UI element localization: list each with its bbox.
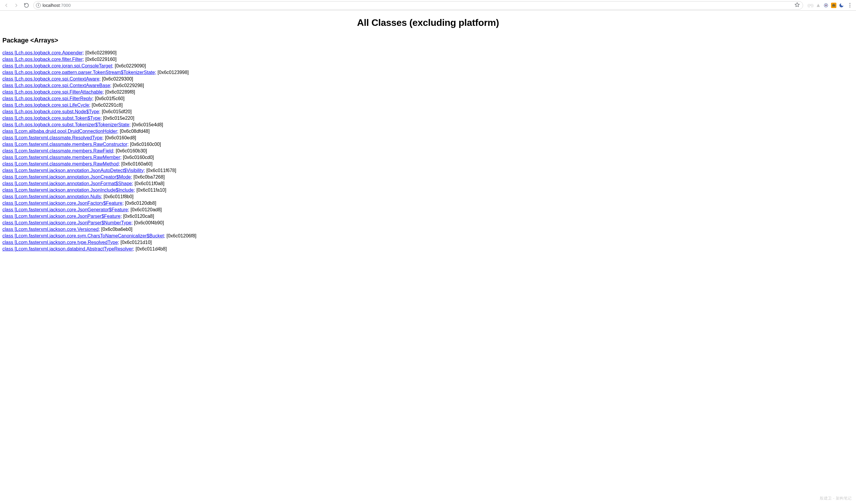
class-line: class [Lcom.fasterxml.classmate.members.… (2, 154, 854, 161)
class-link[interactable]: class [Lcom.fasterxml.jackson.core.JsonP… (2, 214, 122, 219)
class-link[interactable]: class [Lcom.fasterxml.jackson.core.Versi… (2, 227, 100, 232)
class-line: class [Lch.qos.logback.core.spi.LifeCycl… (2, 102, 854, 108)
class-link[interactable]: class [Lcom.fasterxml.classmate.members.… (2, 142, 129, 147)
class-line: class [Lcom.fasterxml.jackson.core.sym.C… (2, 233, 854, 239)
extension-icon-1[interactable]: ((•)) (808, 3, 813, 8)
class-address: [0x6c015e220] (102, 115, 134, 121)
class-link[interactable]: class [Lcom.fasterxml.jackson.core.JsonG… (2, 207, 129, 212)
class-address: [0x6c0229300] (101, 76, 133, 82)
class-line: class [Lcom.fasterxml.jackson.core.Versi… (2, 226, 854, 233)
class-line: class [Lch.qos.logback.core.spi.FilterRe… (2, 95, 854, 102)
class-link[interactable]: class [Lch.qos.logback.core.subst.Token$… (2, 115, 102, 121)
class-link[interactable]: class [Lcom.fasterxml.jackson.annotation… (2, 175, 132, 179)
class-address: [0x6c0228990] (84, 50, 117, 55)
class-address: [0x6c00f4b90] (132, 220, 164, 225)
class-line: class [Lch.qos.logback.core.spi.ContextA… (2, 76, 854, 82)
class-link[interactable]: class [Lcom.fasterxml.classmate.members.… (2, 161, 120, 166)
reload-button[interactable] (22, 1, 31, 10)
class-link[interactable]: class [Lch.qos.logback.core.filter.Filte… (2, 57, 84, 62)
class-link[interactable]: class [Lcom.fasterxml.jackson.core.type.… (2, 240, 119, 245)
class-address: [0x6c0229298] (111, 83, 144, 88)
class-link[interactable]: class [Lch.qos.logback.core.spi.ContextA… (2, 76, 101, 82)
class-line: class [Lcom.fasterxml.jackson.core.JsonG… (2, 206, 854, 213)
class-link[interactable]: class [Lcom.fasterxml.jackson.annotation… (2, 181, 133, 186)
class-address: [0x6c011f8b0] (102, 194, 133, 199)
extension-icon-5[interactable] (839, 3, 844, 8)
extension-icons: ((•)) ılı (805, 3, 854, 8)
class-link[interactable]: class [Lcom.alibaba.druid.pool.DruidConn… (2, 129, 118, 134)
class-link[interactable]: class [Lch.qos.logback.core.spi.FilterRe… (2, 96, 94, 101)
page-title: All Classes (excluding platform) (2, 17, 854, 28)
class-link[interactable]: class [Lcom.fasterxml.jackson.databind.A… (2, 246, 135, 251)
class-address: [0x6c0123998] (156, 70, 189, 75)
class-link[interactable]: class [Lch.qos.logback.core.joran.spi.Co… (2, 63, 113, 68)
back-button[interactable] (2, 1, 11, 10)
class-link[interactable]: class [Lch.qos.logback.core.spi.FilterAt… (2, 89, 104, 94)
class-address: [0x6c01206f8] (165, 233, 196, 238)
class-address: [0x6c0ba7268] (132, 175, 165, 179)
class-line: class [Lcom.fasterxml.jackson.core.JsonP… (2, 213, 854, 220)
browser-toolbar: i localhost:7000 ((•)) ılı (0, 0, 856, 11)
class-address: [0x6c01f5c60] (94, 96, 125, 101)
class-address: [0x6c08dfd48] (118, 129, 149, 134)
class-line: class [Lcom.alibaba.druid.pool.DruidConn… (2, 128, 854, 134)
svg-marker-0 (795, 2, 800, 6)
address-bar[interactable]: i localhost:7000 (33, 1, 803, 10)
class-line: class [Lcom.fasterxml.jackson.core.JsonP… (2, 220, 854, 226)
class-line: class [Lcom.fasterxml.classmate.members.… (2, 161, 854, 167)
class-link[interactable]: class [Lcom.fasterxml.jackson.annotation… (2, 194, 102, 199)
class-link[interactable]: class [Lcom.fasterxml.classmate.members.… (2, 148, 114, 154)
class-line: class [Lch.qos.logback.core.joran.spi.Co… (2, 63, 854, 69)
class-list: class [Lch.qos.logback.core.Appender; [0… (2, 50, 854, 252)
class-address: [0x6c015df20] (101, 109, 132, 114)
class-link[interactable]: class [Lcom.fasterxml.jackson.annotation… (2, 187, 135, 193)
class-address: [0x6c0229090] (113, 63, 146, 68)
class-address: [0x6c0160b30] (114, 148, 147, 154)
class-link[interactable]: class [Lch.qos.logback.core.subst.Node$T… (2, 109, 101, 114)
class-line: class [Lcom.fasterxml.jackson.core.JsonF… (2, 200, 854, 206)
class-line: class [Lcom.fasterxml.jackson.annotation… (2, 194, 854, 200)
forward-button[interactable] (12, 1, 21, 10)
class-link[interactable]: class [Lcom.fasterxml.jackson.core.JsonP… (2, 220, 132, 225)
svg-marker-1 (817, 3, 820, 7)
class-link[interactable]: class [Lcom.fasterxml.classmate.Resolved… (2, 135, 104, 140)
browser-menu-button[interactable] (846, 3, 853, 7)
class-line: class [Lcom.fasterxml.classmate.Resolved… (2, 134, 854, 141)
class-line: class [Lcom.fasterxml.jackson.annotation… (2, 187, 854, 194)
class-link[interactable]: class [Lch.qos.logback.core.subst.Tokeni… (2, 122, 130, 127)
class-link[interactable]: class [Lcom.fasterxml.jackson.core.sym.C… (2, 233, 165, 238)
class-line: class [Lcom.fasterxml.jackson.annotation… (2, 167, 854, 174)
bookmark-star-icon[interactable] (795, 2, 800, 8)
class-link[interactable]: class [Lcom.fasterxml.classmate.members.… (2, 155, 122, 160)
class-link[interactable]: class [Lch.qos.logback.core.spi.ContextA… (2, 83, 111, 88)
class-link[interactable]: class [Lcom.fasterxml.jackson.annotation… (2, 168, 145, 173)
class-address: [0x6c0160a60] (120, 161, 153, 166)
class-link[interactable]: class [Lch.qos.logback.core.pattern.pars… (2, 70, 156, 75)
class-address: [0x6c0121d10] (119, 240, 151, 245)
extension-icon-4[interactable]: ılı (831, 3, 836, 8)
class-link[interactable]: class [Lch.qos.logback.core.spi.LifeCycl… (2, 103, 90, 108)
site-info-icon[interactable]: i (36, 3, 41, 8)
svg-point-3 (825, 4, 827, 6)
class-address: [0x6c0120db8] (124, 201, 156, 206)
url-text: localhost:7000 (42, 3, 793, 8)
class-line: class [Lch.qos.logback.core.pattern.pars… (2, 69, 854, 76)
class-line: class [Lcom.fasterxml.jackson.core.type.… (2, 239, 854, 246)
class-line: class [Lch.qos.logback.core.filter.Filte… (2, 56, 854, 63)
class-link[interactable]: class [Lch.qos.logback.core.Appender; (2, 50, 84, 55)
class-line: class [Lch.qos.logback.core.subst.Token$… (2, 115, 854, 122)
class-address: [0x6c015e4d8] (130, 122, 163, 127)
extension-icon-3[interactable] (823, 3, 829, 8)
class-line: class [Lcom.fasterxml.classmate.members.… (2, 148, 854, 154)
class-address: [0x6c011f678] (145, 168, 176, 173)
class-line: class [Lcom.fasterxml.jackson.annotation… (2, 174, 854, 180)
extension-icon-2[interactable] (816, 3, 821, 8)
class-address: [0x6c0120ad8] (129, 207, 162, 212)
class-line: class [Lcom.fasterxml.classmate.members.… (2, 141, 854, 148)
class-link[interactable]: class [Lcom.fasterxml.jackson.core.JsonF… (2, 201, 124, 206)
class-line: class [Lch.qos.logback.core.subst.Node$T… (2, 108, 854, 115)
class-line: class [Lch.qos.logback.core.subst.Tokeni… (2, 122, 854, 128)
page-content: All Classes (excluding platform) Package… (0, 11, 856, 504)
class-line: class [Lcom.fasterxml.jackson.databind.A… (2, 246, 854, 252)
class-address: [0x6c011f0a8] (133, 181, 164, 186)
